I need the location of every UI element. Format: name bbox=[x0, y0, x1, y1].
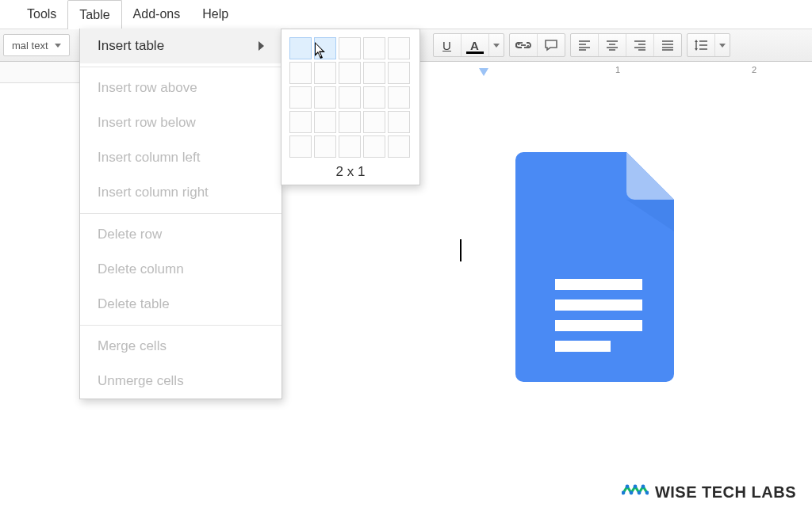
menu-unmerge-cells[interactable]: Unmerge cells bbox=[80, 364, 282, 399]
menu-merge-cells[interactable]: Merge cells bbox=[80, 329, 282, 364]
grid-cell[interactable] bbox=[289, 86, 312, 109]
text-color-chevron[interactable] bbox=[488, 34, 504, 56]
menu-addons[interactable]: Add-ons bbox=[122, 0, 192, 29]
grid-cell[interactable] bbox=[388, 62, 410, 84]
grid-cell[interactable] bbox=[314, 62, 336, 84]
line-spacing-icon bbox=[694, 39, 708, 52]
table-size-grid[interactable] bbox=[289, 37, 412, 158]
align-left-button[interactable] bbox=[571, 34, 598, 56]
menu-delete-column[interactable]: Delete column bbox=[80, 252, 282, 287]
line-spacing-chevron[interactable] bbox=[714, 34, 730, 56]
align-center-button[interactable] bbox=[598, 34, 626, 56]
insert-link-button[interactable] bbox=[510, 34, 537, 56]
align-justify-icon bbox=[661, 40, 674, 51]
grid-cell[interactable] bbox=[363, 135, 385, 158]
svg-point-8 bbox=[629, 491, 633, 495]
grid-cell[interactable] bbox=[339, 62, 361, 84]
grid-cell[interactable] bbox=[339, 37, 361, 59]
ruler-indent-marker[interactable] bbox=[479, 68, 488, 76]
svg-rect-2 bbox=[555, 320, 642, 331]
ruler-tick-1: 1 bbox=[615, 65, 620, 74]
svg-point-5 bbox=[633, 485, 637, 489]
svg-point-6 bbox=[641, 485, 645, 489]
line-spacing-button[interactable] bbox=[688, 34, 714, 56]
grid-cell[interactable] bbox=[363, 62, 385, 84]
menu-insert-table-label: Insert table bbox=[98, 38, 164, 54]
grid-cell[interactable] bbox=[314, 86, 336, 109]
submenu-arrow-icon bbox=[259, 41, 264, 51]
menu-insert-row-below[interactable]: Insert row below bbox=[80, 105, 282, 140]
wisetechlabs-logo-icon bbox=[622, 480, 649, 504]
paragraph-style-label: mal text bbox=[12, 40, 48, 52]
grid-cell[interactable] bbox=[289, 135, 312, 158]
menu-insert-column-right[interactable]: Insert column right bbox=[80, 175, 282, 210]
align-group bbox=[570, 33, 682, 57]
grid-cell[interactable] bbox=[339, 135, 361, 158]
watermark: WISE TECH LABS bbox=[622, 480, 796, 504]
menu-tools[interactable]: Tools bbox=[16, 0, 67, 29]
align-center-icon bbox=[606, 40, 619, 51]
menubar: Tools Table Add-ons Help bbox=[0, 0, 812, 29]
text-cursor bbox=[460, 239, 462, 261]
svg-rect-3 bbox=[555, 341, 611, 352]
align-right-button[interactable] bbox=[626, 34, 653, 56]
comment-icon bbox=[544, 39, 558, 52]
grid-cell[interactable] bbox=[339, 86, 361, 109]
menu-insert-table[interactable]: Insert table bbox=[80, 29, 282, 63]
link-group bbox=[509, 33, 565, 57]
text-format-group: U A bbox=[433, 33, 504, 57]
menu-delete-row[interactable]: Delete row bbox=[80, 217, 282, 252]
grid-cell[interactable] bbox=[388, 37, 410, 59]
line-spacing-group bbox=[687, 33, 730, 57]
grid-cell[interactable] bbox=[289, 37, 312, 59]
table-size-label: 2 x 1 bbox=[289, 164, 412, 180]
text-color-label: A bbox=[470, 39, 479, 52]
menu-table[interactable]: Table bbox=[67, 0, 121, 30]
insert-comment-button[interactable] bbox=[537, 34, 565, 56]
paragraph-style-dropdown[interactable]: mal text bbox=[3, 34, 70, 56]
ruler-tick-2: 2 bbox=[752, 65, 756, 74]
watermark-text: WISE TECH LABS bbox=[655, 483, 796, 502]
menu-insert-row-above[interactable]: Insert row above bbox=[80, 71, 282, 105]
chevron-down-icon bbox=[55, 44, 61, 48]
insert-table-grid: 2 x 1 bbox=[281, 29, 420, 185]
grid-cell[interactable] bbox=[314, 135, 336, 158]
align-right-icon bbox=[634, 40, 646, 51]
table-dropdown: Insert table Insert row above Insert row… bbox=[79, 29, 282, 399]
align-justify-button[interactable] bbox=[653, 34, 681, 56]
google-docs-icon bbox=[508, 152, 690, 390]
menu-delete-table[interactable]: Delete table bbox=[80, 287, 282, 322]
grid-cell[interactable] bbox=[363, 111, 385, 133]
grid-cell[interactable] bbox=[289, 62, 312, 84]
svg-point-4 bbox=[625, 485, 629, 489]
underline-button[interactable]: U bbox=[434, 34, 461, 56]
grid-cell[interactable] bbox=[314, 37, 336, 59]
grid-cell[interactable] bbox=[388, 135, 410, 158]
svg-rect-1 bbox=[555, 299, 642, 311]
grid-cell[interactable] bbox=[363, 86, 385, 109]
grid-cell[interactable] bbox=[388, 86, 410, 109]
menu-help[interactable]: Help bbox=[191, 0, 239, 29]
link-icon bbox=[515, 40, 531, 50]
svg-point-9 bbox=[637, 491, 641, 495]
grid-cell[interactable] bbox=[339, 111, 361, 133]
grid-cell[interactable] bbox=[289, 111, 312, 133]
grid-cell[interactable] bbox=[363, 37, 385, 59]
align-left-icon bbox=[578, 40, 591, 51]
svg-rect-0 bbox=[555, 279, 642, 290]
grid-cell[interactable] bbox=[314, 111, 336, 133]
menu-insert-column-left[interactable]: Insert column left bbox=[80, 140, 282, 175]
text-color-button[interactable]: A bbox=[461, 34, 488, 56]
grid-cell[interactable] bbox=[388, 111, 410, 133]
